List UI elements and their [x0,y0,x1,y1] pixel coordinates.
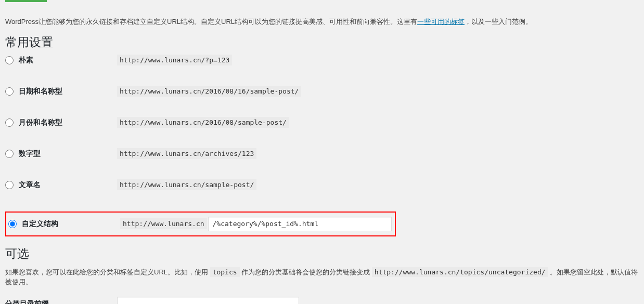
radio-month[interactable] [5,118,14,127]
category-prefix-input[interactable] [117,297,299,305]
intro-pre: WordPress让您能够为您的永久链接和存档建立自定义URL结构。自定义URL… [5,18,417,25]
label-month[interactable]: 月份和名称型 [19,118,62,127]
optional-heading: 可选 [5,246,639,262]
label-postname[interactable]: 文章名 [19,180,41,190]
custom-prefix: http://www.lunars.cn [120,218,207,229]
radio-plain[interactable] [5,56,14,64]
custom-structure-input[interactable] [208,217,392,231]
category-prefix-label: 分类目录前缀 [5,299,117,305]
label-custom[interactable]: 自定义结构 [22,219,58,229]
label-plain[interactable]: 朴素 [19,56,33,65]
topics-code: topics [210,267,240,277]
label-date[interactable]: 日期和名称型 [19,87,62,96]
optional-desc: 如果您喜欢，您可以在此给您的分类和标签自定义URL。比如，使用 topics 作… [5,267,639,287]
intro-text: WordPress让您能够为您的永久链接和存档建立自定义URL结构。自定义URL… [5,17,639,27]
example-month: http://www.lunars.cn/2016/08/sample-post… [117,117,289,128]
common-settings-heading: 常用设置 [5,34,639,50]
tags-link[interactable]: 一些可用的标签 [417,18,465,25]
example-postname: http://www.lunars.cn/sample-post/ [117,179,256,190]
example-plain: http://www.lunars.cn/?p=123 [117,55,232,65]
radio-date[interactable] [5,87,14,96]
label-numeric[interactable]: 数字型 [19,149,41,158]
radio-custom[interactable] [8,220,17,228]
intro-post: ，以及一些入门范例。 [465,18,532,25]
example-numeric: http://www.lunars.cn/archives/123 [117,148,256,159]
example-date: http://www.lunars.cn/2016/08/16/sample-p… [117,86,301,97]
radio-numeric[interactable] [5,150,14,158]
example-url-code: http://www.lunars.cn/topics/uncategorize… [372,267,548,277]
radio-postname[interactable] [5,181,14,189]
